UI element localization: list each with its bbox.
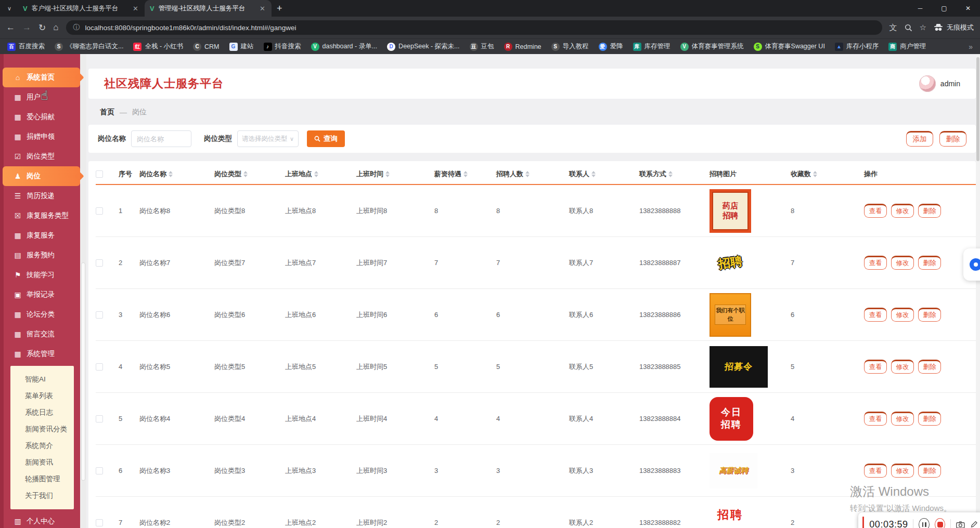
back-icon[interactable]: ← [6, 22, 15, 33]
reload-icon[interactable]: ↻ [38, 22, 46, 33]
table-header-cell[interactable]: 序号 [119, 169, 139, 179]
name-filter-input[interactable] [131, 130, 191, 147]
table-header-cell[interactable]: 联系人 [569, 169, 639, 179]
table-header-cell[interactable]: 操作 [864, 169, 976, 179]
submenu-item[interactable]: 新闻资讯分类 [10, 421, 74, 438]
row-checkbox[interactable] [96, 311, 103, 319]
bookmark-item[interactable]: ♪ 抖音搜索 [264, 42, 301, 51]
sort-caret-icon[interactable] [813, 171, 817, 177]
sort-caret-icon[interactable] [591, 171, 596, 177]
browser-tab[interactable]: V 客户端-社区残障人士服务平台 ✕ [18, 0, 145, 17]
bookmark-item[interactable]: 红 全栈 - 小红书 [133, 42, 183, 51]
submenu-item[interactable]: 新闻资讯 [10, 454, 74, 471]
breadcrumb-home[interactable]: 首页 [100, 108, 114, 117]
bookmark-item[interactable]: G 建站 [229, 42, 254, 51]
sidebar-item[interactable]: ⌂ 系统首页 [3, 68, 80, 87]
sidebar-item[interactable]: ▦ 用户 [0, 87, 80, 107]
view-button[interactable]: 查看 [864, 204, 887, 218]
sidebar-item[interactable]: ▦ 爱心捐献 [0, 107, 80, 127]
bookmark-item[interactable]: S 导入教程 [551, 42, 589, 51]
row-checkbox[interactable] [96, 259, 103, 267]
bookmark-item[interactable]: V 体育赛事管理系统 [680, 42, 744, 51]
recruit-poster-image[interactable]: 今日招聘 [710, 397, 753, 441]
edit-button[interactable]: 修改 [891, 464, 914, 478]
sidebar-item[interactable]: ▣ 举报记录 [0, 285, 80, 305]
site-info-icon[interactable]: ⓘ [73, 23, 80, 32]
submenu-item[interactable]: 系统简介 [10, 438, 74, 454]
submenu-item[interactable]: 智能AI [10, 371, 74, 388]
sidebar-item[interactable]: ▦ 捐赠申领 [0, 127, 80, 147]
sidebar-item[interactable]: ♟ 岗位 [3, 166, 80, 186]
sidebar-item[interactable]: ☒ 康复服务类型 [0, 206, 80, 226]
sort-caret-icon[interactable] [169, 171, 173, 177]
home-icon[interactable]: ⌂ [53, 22, 58, 33]
sidebar-scrollbar-thumb[interactable] [81, 262, 85, 481]
tab-close-icon[interactable]: ✕ [259, 5, 266, 12]
row-checkbox[interactable] [96, 519, 103, 526]
recruit-poster-image[interactable]: 高薪诚聘 [710, 453, 757, 489]
edit-button[interactable]: 修改 [891, 308, 914, 322]
bookmark-item[interactable]: D DeepSeek - 探索未... [387, 42, 459, 51]
row-checkbox[interactable] [96, 415, 103, 423]
table-header-cell[interactable]: 招聘人数 [496, 169, 569, 179]
sidebar-item[interactable]: ☰ 简历投递 [0, 186, 80, 206]
recruit-poster-image[interactable]: 我们有个职位 [710, 293, 751, 337]
sidebar-item[interactable]: ▦ 系统管理 [0, 344, 80, 364]
browser-tab[interactable]: V 管理端-社区残障人士服务平台 ✕ [145, 0, 272, 17]
table-header-cell[interactable]: 招聘图片 [710, 169, 791, 179]
zoom-icon[interactable] [905, 24, 912, 32]
row-checkbox[interactable] [96, 207, 103, 215]
bookmark-item[interactable]: 商 商户管理 [888, 42, 926, 51]
row-delete-button[interactable]: 删除 [918, 412, 941, 426]
delete-button[interactable]: 删除 [939, 131, 966, 147]
row-delete-button[interactable]: 删除 [918, 204, 941, 218]
bookmark-item[interactable]: 百 百度搜索 [7, 42, 45, 51]
bookmark-item[interactable]: 爱 爱降 [599, 42, 623, 51]
avatar[interactable] [919, 75, 936, 92]
tab-close-icon[interactable]: ✕ [132, 5, 139, 12]
sort-caret-icon[interactable] [525, 171, 530, 177]
bookmark-item[interactable]: S 体育赛事Swagger UI [754, 42, 825, 51]
sidebar-item[interactable]: ▦ 论坛分类 [0, 305, 80, 324]
table-header-cell[interactable]: 联系方式 [639, 169, 710, 179]
add-button[interactable]: 添加 [906, 131, 933, 147]
bookmark-item[interactable]: 库 库存管理 [633, 42, 670, 51]
row-checkbox[interactable] [96, 363, 103, 371]
submenu-item[interactable]: 菜单列表 [10, 388, 74, 404]
select-all-checkbox[interactable] [96, 170, 103, 178]
page-scrollbar-thumb[interactable] [976, 57, 979, 161]
sidebar-item[interactable]: ▦ 康复服务 [0, 226, 80, 245]
minimize-button[interactable]: ─ [908, 0, 932, 17]
table-header-cell[interactable]: 收藏数 [791, 169, 864, 179]
row-checkbox[interactable] [96, 467, 103, 474]
forward-icon[interactable]: → [22, 22, 31, 33]
maximize-button[interactable]: ▢ [932, 0, 956, 17]
sort-caret-icon[interactable] [668, 171, 673, 177]
table-header-cell[interactable]: 岗位类型 [214, 169, 285, 179]
recruit-poster-image[interactable]: 招聘 [710, 239, 751, 287]
close-button[interactable]: ✕ [956, 0, 980, 17]
view-button[interactable]: 查看 [864, 360, 887, 374]
table-header-cell[interactable]: 薪资待遇 [434, 169, 496, 179]
row-delete-button[interactable]: 删除 [918, 360, 941, 374]
sidebar-item[interactable]: ☑ 岗位类型 [0, 147, 80, 166]
stop-record-button[interactable] [935, 518, 945, 528]
submenu-item[interactable]: 关于我们 [10, 487, 74, 504]
bookmark-item[interactable]: 豆 豆包 [470, 42, 494, 51]
sidebar-item[interactable]: ⚑ 技能学习 [0, 265, 80, 285]
page-scrollbar[interactable] [976, 54, 980, 528]
user-box[interactable]: admin [919, 75, 960, 92]
bookmark-item[interactable]: S 《聊斋志异白话文... [55, 42, 123, 51]
edit-button[interactable]: 修改 [891, 256, 914, 270]
bookmark-item[interactable]: C CRM [193, 43, 219, 51]
sort-caret-icon[interactable] [243, 171, 248, 177]
sidebar-item[interactable]: ▦ 留言交流 [0, 324, 80, 344]
row-delete-button[interactable]: 删除 [918, 308, 941, 322]
pen-button[interactable] [970, 520, 978, 528]
tab-search-chevron-icon[interactable]: ∨ [3, 2, 16, 15]
view-button[interactable]: 查看 [864, 308, 887, 322]
table-header-cell[interactable]: 上班地点 [285, 169, 356, 179]
sort-caret-icon[interactable] [463, 171, 468, 177]
translate-icon[interactable]: 文 [889, 23, 897, 33]
table-header-cell[interactable]: 岗位名称 [139, 169, 214, 179]
